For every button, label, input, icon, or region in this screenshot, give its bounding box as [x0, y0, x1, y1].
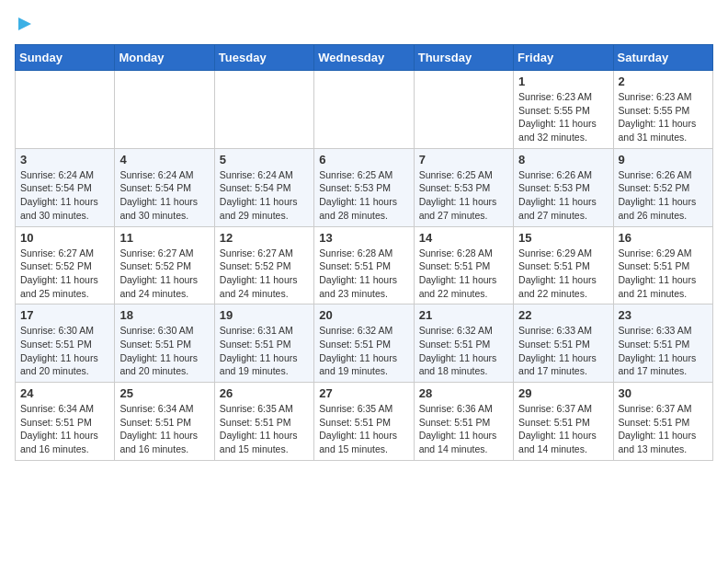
calendar-cell: 18Sunrise: 6:30 AM Sunset: 5:51 PM Dayli…: [115, 304, 214, 383]
day-info: Sunrise: 6:36 AM Sunset: 5:51 PM Dayligh…: [419, 402, 508, 456]
calendar-cell: 22Sunrise: 6:33 AM Sunset: 5:51 PM Dayli…: [514, 304, 613, 383]
day-info: Sunrise: 6:24 AM Sunset: 5:54 PM Dayligh…: [220, 168, 309, 223]
calendar-cell: 11Sunrise: 6:27 AM Sunset: 5:52 PM Dayli…: [115, 226, 214, 304]
calendar-week-row: 1Sunrise: 6:23 AM Sunset: 5:55 PM Daylig…: [16, 71, 713, 149]
calendar-cell: [314, 71, 414, 149]
logo-text-block: [15, 15, 37, 37]
day-number: 23: [619, 308, 708, 322]
day-number: 12: [220, 231, 309, 245]
calendar-cell: 28Sunrise: 6:36 AM Sunset: 5:51 PM Dayli…: [414, 383, 513, 461]
day-info: Sunrise: 6:29 AM Sunset: 5:51 PM Dayligh…: [619, 247, 708, 301]
day-info: Sunrise: 6:37 AM Sunset: 5:51 PM Dayligh…: [518, 402, 608, 456]
calendar-cell: 15Sunrise: 6:29 AM Sunset: 5:51 PM Dayli…: [514, 226, 613, 304]
calendar-cell: [16, 71, 115, 149]
calendar-cell: 25Sunrise: 6:34 AM Sunset: 5:51 PM Dayli…: [115, 383, 214, 461]
day-number: 26: [220, 386, 309, 400]
weekday-header: Wednesday: [314, 45, 414, 71]
day-number: 6: [319, 153, 408, 167]
calendar-cell: 8Sunrise: 6:26 AM Sunset: 5:53 PM Daylig…: [514, 148, 613, 226]
day-number: 3: [20, 153, 109, 167]
day-info: Sunrise: 6:27 AM Sunset: 5:52 PM Dayligh…: [220, 247, 309, 301]
weekday-header: Sunday: [16, 45, 115, 71]
calendar-week-row: 3Sunrise: 6:24 AM Sunset: 5:54 PM Daylig…: [16, 148, 713, 226]
calendar-cell: 24Sunrise: 6:34 AM Sunset: 5:51 PM Dayli…: [16, 383, 115, 461]
day-number: 18: [119, 308, 209, 322]
day-number: 20: [319, 308, 408, 322]
calendar-cell: 7Sunrise: 6:25 AM Sunset: 5:53 PM Daylig…: [414, 148, 513, 226]
calendar-cell: 21Sunrise: 6:32 AM Sunset: 5:51 PM Dayli…: [414, 304, 513, 383]
day-info: Sunrise: 6:30 AM Sunset: 5:51 PM Dayligh…: [119, 324, 209, 378]
logo-arrow-icon: [18, 15, 37, 33]
day-number: 19: [220, 308, 309, 322]
calendar-header-row: SundayMondayTuesdayWednesdayThursdayFrid…: [16, 45, 713, 71]
calendar-week-row: 10Sunrise: 6:27 AM Sunset: 5:52 PM Dayli…: [16, 226, 713, 304]
calendar-cell: [214, 71, 313, 149]
day-info: Sunrise: 6:32 AM Sunset: 5:51 PM Dayligh…: [319, 324, 408, 378]
day-number: 2: [619, 75, 708, 88]
calendar-cell: 26Sunrise: 6:35 AM Sunset: 5:51 PM Dayli…: [214, 383, 313, 461]
calendar-cell: 29Sunrise: 6:37 AM Sunset: 5:51 PM Dayli…: [514, 383, 613, 461]
day-info: Sunrise: 6:25 AM Sunset: 5:53 PM Dayligh…: [319, 168, 408, 223]
day-info: Sunrise: 6:23 AM Sunset: 5:55 PM Dayligh…: [619, 90, 708, 144]
calendar-cell: [115, 71, 214, 149]
calendar-cell: 10Sunrise: 6:27 AM Sunset: 5:52 PM Dayli…: [16, 226, 115, 304]
day-number: 14: [419, 231, 508, 245]
day-number: 16: [619, 231, 708, 245]
day-info: Sunrise: 6:28 AM Sunset: 5:51 PM Dayligh…: [419, 247, 508, 301]
day-number: 7: [419, 153, 508, 167]
day-number: 30: [619, 386, 708, 400]
day-number: 27: [319, 386, 408, 400]
day-number: 11: [119, 231, 209, 245]
weekday-header: Tuesday: [214, 45, 313, 71]
weekday-header: Monday: [115, 45, 214, 71]
calendar-cell: 20Sunrise: 6:32 AM Sunset: 5:51 PM Dayli…: [314, 304, 414, 383]
logo: [15, 15, 37, 37]
day-number: 21: [419, 308, 508, 322]
day-info: Sunrise: 6:37 AM Sunset: 5:51 PM Dayligh…: [619, 402, 708, 456]
calendar-cell: 13Sunrise: 6:28 AM Sunset: 5:51 PM Dayli…: [314, 226, 414, 304]
day-number: 29: [518, 386, 608, 400]
day-info: Sunrise: 6:29 AM Sunset: 5:51 PM Dayligh…: [518, 247, 608, 301]
day-info: Sunrise: 6:23 AM Sunset: 5:55 PM Dayligh…: [518, 90, 608, 144]
day-info: Sunrise: 6:24 AM Sunset: 5:54 PM Dayligh…: [20, 168, 109, 223]
calendar-cell: 9Sunrise: 6:26 AM Sunset: 5:52 PM Daylig…: [613, 148, 712, 226]
calendar-cell: 19Sunrise: 6:31 AM Sunset: 5:51 PM Dayli…: [214, 304, 313, 383]
day-info: Sunrise: 6:25 AM Sunset: 5:53 PM Dayligh…: [419, 168, 508, 223]
day-info: Sunrise: 6:31 AM Sunset: 5:51 PM Dayligh…: [220, 324, 309, 378]
svg-marker-0: [18, 17, 31, 30]
day-info: Sunrise: 6:27 AM Sunset: 5:52 PM Dayligh…: [119, 247, 209, 301]
calendar-cell: 23Sunrise: 6:33 AM Sunset: 5:51 PM Dayli…: [613, 304, 712, 383]
calendar-cell: 6Sunrise: 6:25 AM Sunset: 5:53 PM Daylig…: [314, 148, 414, 226]
calendar-cell: 14Sunrise: 6:28 AM Sunset: 5:51 PM Dayli…: [414, 226, 513, 304]
day-info: Sunrise: 6:26 AM Sunset: 5:53 PM Dayligh…: [518, 168, 608, 223]
calendar-cell: 27Sunrise: 6:35 AM Sunset: 5:51 PM Dayli…: [314, 383, 414, 461]
day-info: Sunrise: 6:27 AM Sunset: 5:52 PM Dayligh…: [20, 247, 109, 301]
day-info: Sunrise: 6:28 AM Sunset: 5:51 PM Dayligh…: [319, 247, 408, 301]
calendar-cell: 3Sunrise: 6:24 AM Sunset: 5:54 PM Daylig…: [16, 148, 115, 226]
day-info: Sunrise: 6:35 AM Sunset: 5:51 PM Dayligh…: [319, 402, 408, 456]
calendar-cell: 16Sunrise: 6:29 AM Sunset: 5:51 PM Dayli…: [613, 226, 712, 304]
day-info: Sunrise: 6:30 AM Sunset: 5:51 PM Dayligh…: [20, 324, 109, 378]
day-info: Sunrise: 6:35 AM Sunset: 5:51 PM Dayligh…: [220, 402, 309, 456]
calendar-week-row: 17Sunrise: 6:30 AM Sunset: 5:51 PM Dayli…: [16, 304, 713, 383]
day-info: Sunrise: 6:26 AM Sunset: 5:52 PM Dayligh…: [619, 168, 708, 223]
day-info: Sunrise: 6:34 AM Sunset: 5:51 PM Dayligh…: [20, 402, 109, 456]
day-number: 24: [20, 386, 109, 400]
calendar-cell: 17Sunrise: 6:30 AM Sunset: 5:51 PM Dayli…: [16, 304, 115, 383]
weekday-header: Friday: [514, 45, 613, 71]
calendar-cell: 4Sunrise: 6:24 AM Sunset: 5:54 PM Daylig…: [115, 148, 214, 226]
day-number: 22: [518, 308, 608, 322]
day-number: 15: [518, 231, 608, 245]
day-number: 5: [220, 153, 309, 167]
calendar-cell: 30Sunrise: 6:37 AM Sunset: 5:51 PM Dayli…: [613, 383, 712, 461]
day-info: Sunrise: 6:33 AM Sunset: 5:51 PM Dayligh…: [518, 324, 608, 378]
calendar-table: SundayMondayTuesdayWednesdayThursdayFrid…: [15, 44, 713, 461]
calendar-week-row: 24Sunrise: 6:34 AM Sunset: 5:51 PM Dayli…: [16, 383, 713, 461]
day-info: Sunrise: 6:33 AM Sunset: 5:51 PM Dayligh…: [619, 324, 708, 378]
day-number: 1: [518, 75, 608, 88]
calendar-cell: 1Sunrise: 6:23 AM Sunset: 5:55 PM Daylig…: [514, 71, 613, 149]
day-number: 25: [119, 386, 209, 400]
page-header: [15, 15, 713, 37]
day-number: 10: [20, 231, 109, 245]
day-number: 28: [419, 386, 508, 400]
